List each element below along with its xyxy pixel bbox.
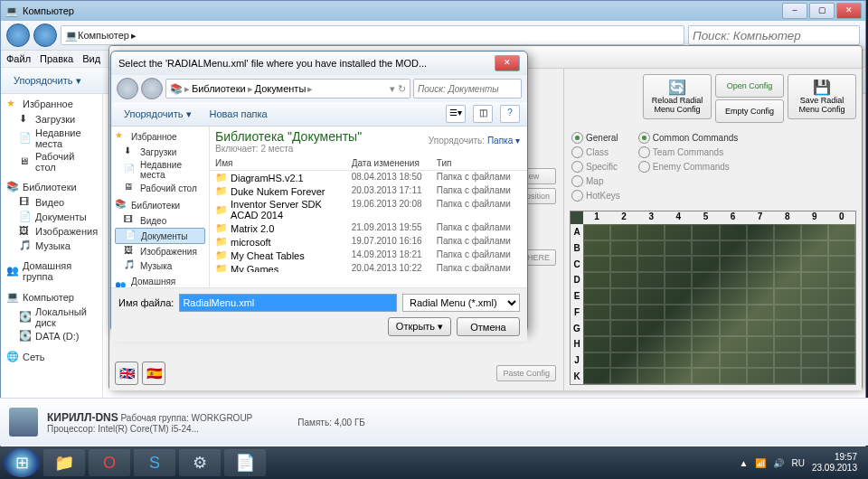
- tray-flag-icon[interactable]: ▲: [740, 458, 749, 468]
- nav-drive-d[interactable]: 💽DATA (D:): [6, 329, 97, 343]
- maximize-button[interactable]: ▢: [809, 3, 835, 19]
- radio-enemy[interactable]: Enemy Commands: [638, 161, 738, 173]
- nav-downloads[interactable]: ⬇Загрузки: [6, 112, 97, 127]
- radio-common[interactable]: Common Commands: [638, 132, 738, 144]
- back-button[interactable]: [6, 23, 30, 47]
- dlg-nav-homegroup[interactable]: Домашняя группа: [131, 277, 205, 287]
- nav-documents[interactable]: 📄Документы: [6, 210, 97, 224]
- dialog-breadcrumb[interactable]: 📚 ▸Библиотеки▸Документы▸ ▾ ↻: [165, 79, 410, 99]
- save-icon: 💾: [813, 80, 831, 95]
- refresh-icon: 🔄: [668, 80, 686, 95]
- lang-es-button[interactable]: 🇪🇸: [142, 362, 165, 385]
- lang-en-button[interactable]: 🇬🇧: [115, 362, 138, 385]
- file-row[interactable]: 📁Inventor Server SDK ACAD 201419.06.2013…: [210, 198, 527, 221]
- nav-video[interactable]: 🎞Видео: [6, 195, 97, 210]
- editor-right-panel: 🔄Reload Radial Menu Config Open Config E…: [564, 69, 862, 390]
- folder-icon: 📁: [215, 236, 228, 248]
- empty-config-button[interactable]: Empty Config: [715, 99, 784, 123]
- sort-label: Упорядочить:: [429, 136, 485, 146]
- filename-input[interactable]: [179, 294, 397, 312]
- nav-desktop[interactable]: 🖥Рабочий стол: [6, 150, 97, 174]
- task-skype[interactable]: S: [134, 449, 175, 476]
- menu-view[interactable]: Вид: [82, 53, 100, 64]
- explorer-search-input[interactable]: [688, 25, 860, 45]
- dlg-nav-desktop[interactable]: 🖥Рабочий стол: [115, 181, 205, 195]
- organize-button[interactable]: Упорядочить ▾: [8, 73, 87, 89]
- nav-recent[interactable]: 📄Недавние места: [6, 127, 97, 150]
- file-row[interactable]: 📁microsoft19.07.2010 16:16Папка с файлам…: [210, 235, 527, 249]
- dlg-nav-favorites[interactable]: Избранное: [131, 132, 177, 142]
- filetype-filter[interactable]: Radial Menu (*.xml): [402, 294, 520, 312]
- tray-clock[interactable]: 19:57 23.09.2013: [812, 452, 857, 474]
- radio-specific[interactable]: Specific: [571, 161, 620, 173]
- star-icon: ★: [115, 130, 127, 143]
- folder-icon: 📁: [215, 172, 228, 183]
- network-icon: 🌐: [6, 351, 19, 363]
- nav-homegroup[interactable]: Домашняя группа: [23, 260, 97, 282]
- dlg-nav-documents[interactable]: 📄Документы: [115, 228, 205, 244]
- tray-network-icon[interactable]: 📶: [755, 458, 766, 468]
- nav-network[interactable]: Сеть: [23, 352, 44, 362]
- pc-icon: [9, 408, 38, 437]
- dlg-nav-downloads[interactable]: ⬇Загрузки: [115, 145, 205, 159]
- menu-edit[interactable]: Правка: [40, 53, 73, 64]
- folder-icon: 📁: [215, 249, 228, 261]
- radio-general[interactable]: General: [571, 132, 620, 144]
- column-headers[interactable]: Имя Дата изменения Тип: [210, 156, 527, 171]
- nav-images[interactable]: 🖼Изображения: [6, 224, 97, 239]
- preview-button[interactable]: ◫: [473, 105, 493, 123]
- file-row[interactable]: 📁Matrix 2.021.09.2013 19:55Папка с файла…: [210, 221, 527, 235]
- minimap[interactable]: 1234567890 ABCDEFGHJK: [570, 211, 856, 385]
- open-config-button[interactable]: Open Config: [715, 74, 784, 98]
- breadcrumb[interactable]: 💻 Компьютер▸: [61, 25, 684, 45]
- reload-config-button[interactable]: 🔄Reload Radial Menu Config: [643, 74, 712, 119]
- explorer-title: Компьютер: [23, 5, 74, 16]
- radio-hotkeys[interactable]: HotKeys: [571, 190, 620, 202]
- nav-computer[interactable]: Компьютер: [23, 292, 74, 303]
- radio-class[interactable]: Class: [571, 146, 620, 158]
- start-button[interactable]: ⊞: [4, 448, 40, 477]
- radio-team[interactable]: Team Commands: [638, 146, 738, 158]
- forward-button[interactable]: [33, 23, 57, 47]
- dialog-back-button[interactable]: [117, 78, 138, 99]
- tray-volume-icon[interactable]: 🔊: [773, 458, 784, 468]
- file-row[interactable]: 📁My Games20.04.2013 10:22Папка с файлами: [210, 262, 527, 272]
- dlg-nav-images[interactable]: 🖼Изображения: [115, 244, 205, 258]
- dlg-nav-recent[interactable]: 📄Недавние места: [115, 159, 205, 181]
- nav-libraries[interactable]: Библиотеки: [23, 182, 77, 193]
- file-row[interactable]: 📁Duke Nukem Forever20.03.2013 17:11Папка…: [210, 184, 527, 198]
- nav-music[interactable]: 🎵Музыка: [6, 239, 97, 253]
- tray-lang[interactable]: RU: [791, 458, 804, 468]
- dialog-close-button[interactable]: ✕: [495, 55, 520, 71]
- folder-icon: 📁: [215, 185, 228, 197]
- cancel-button[interactable]: Отмена: [457, 317, 520, 336]
- save-config-button[interactable]: 💾Save Radial Menu Config: [788, 74, 856, 119]
- file-row[interactable]: 📁My Cheat Tables14.09.2013 18:21Папка с …: [210, 249, 527, 262]
- dialog-forward-button[interactable]: [141, 78, 163, 99]
- dlg-nav-music[interactable]: 🎵Музыка: [115, 258, 205, 273]
- radio-map[interactable]: Map: [571, 175, 620, 187]
- minimize-button[interactable]: –: [782, 3, 807, 19]
- system-tray: ▲ 📶 🔊 RU 19:57 23.09.2013: [740, 452, 864, 474]
- task-editor[interactable]: 📄: [224, 449, 266, 476]
- task-wot[interactable]: ⚙: [179, 449, 221, 476]
- menu-file[interactable]: Файл: [6, 53, 31, 64]
- computer-icon: 💻: [6, 291, 19, 304]
- nav-favorites[interactable]: Избранное: [23, 99, 73, 109]
- help-button[interactable]: ?: [500, 105, 520, 123]
- dialog-organize-button[interactable]: Упорядочить ▾: [118, 107, 197, 122]
- close-button[interactable]: ✕: [836, 3, 862, 19]
- task-explorer[interactable]: 📁: [43, 449, 85, 476]
- open-button[interactable]: Открыть ▾: [388, 317, 451, 336]
- view-mode-button[interactable]: ☰▾: [446, 105, 466, 123]
- sort-dropdown[interactable]: Папка ▾: [487, 136, 520, 146]
- pc-name: КИРИЛЛ-DNS: [47, 411, 118, 424]
- dlg-nav-video[interactable]: 🎞Видео: [115, 213, 205, 228]
- dialog-search-input[interactable]: [413, 79, 522, 99]
- paste-config-button[interactable]: Paste Config: [496, 365, 556, 381]
- task-opera[interactable]: O: [89, 449, 130, 476]
- file-row[interactable]: 📁DiagramHS.v2.108.04.2013 18:50Папка с ф…: [210, 171, 527, 184]
- dlg-nav-libraries[interactable]: Библиотеки: [131, 201, 180, 211]
- dialog-newfolder-button[interactable]: Новая папка: [204, 107, 273, 121]
- nav-drive-c[interactable]: 💽Локальный диск: [6, 305, 97, 329]
